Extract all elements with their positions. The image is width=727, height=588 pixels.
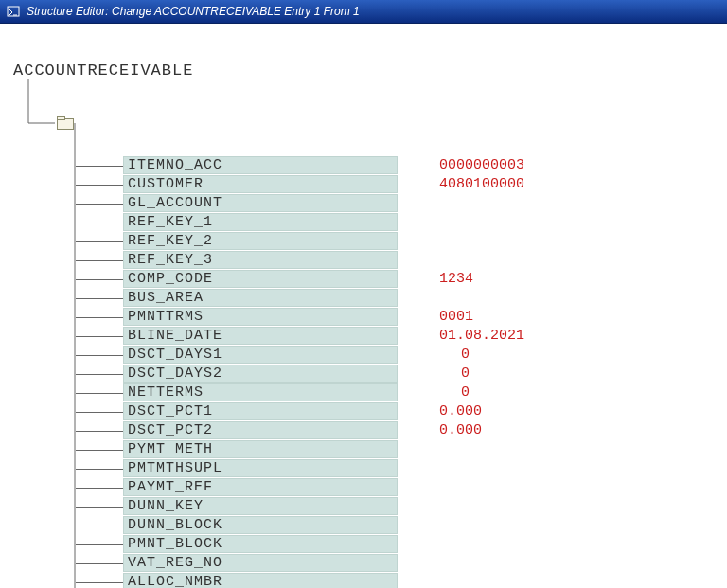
field-value[interactable]: 1234	[435, 270, 483, 288]
field-label: DSCT_DAYS1	[123, 346, 398, 364]
field-label: DSCT_PCT1	[123, 402, 398, 420]
tree-hline	[76, 393, 123, 394]
field-label: DSCT_PCT2	[123, 421, 398, 439]
root-structure-name: ACCOUNTRECEIVABLE	[13, 62, 193, 80]
tree-hline	[76, 488, 123, 489]
tree-hline	[76, 204, 123, 205]
field-label: PYMT_METH	[123, 440, 398, 458]
tree-hline	[76, 185, 123, 186]
tree-hline	[76, 260, 123, 261]
tree-hline	[76, 317, 123, 318]
field-value[interactable]: 0	[435, 365, 473, 383]
field-row: REF_KEY_3	[76, 251, 727, 270]
tree-connector-lines	[0, 24, 76, 588]
svg-rect-4	[58, 119, 74, 130]
field-value[interactable]: 0.000	[435, 402, 492, 420]
field-value[interactable]: 0.000	[435, 421, 492, 439]
field-value[interactable]	[435, 535, 451, 553]
field-label: CUSTOMER	[123, 175, 398, 193]
field-value[interactable]	[435, 459, 462, 477]
field-value[interactable]	[435, 497, 451, 515]
field-value[interactable]	[435, 554, 634, 572]
field-label: GL_ACCOUNT	[123, 194, 398, 212]
structure-editor: ACCOUNTRECEIVABLE ITEMNO_ACC0000000003CU…	[0, 24, 727, 80]
field-value[interactable]	[435, 194, 540, 212]
field-row: CUSTOMER4080100000	[76, 175, 727, 194]
window-title: Structure Editor: Change ACCOUNTRECEIVAB…	[27, 5, 360, 18]
tree-hline	[76, 412, 123, 413]
field-row: DUNN_BLOCK	[76, 516, 727, 535]
tree-hline	[76, 469, 123, 470]
tree-hline	[76, 507, 123, 508]
field-value[interactable]: 0	[435, 346, 473, 364]
field-label: VAT_REG_NO	[123, 554, 398, 572]
field-row: DUNN_KEY	[76, 497, 727, 516]
svg-rect-5	[58, 117, 65, 120]
tree-hline	[76, 166, 123, 167]
window-title-bar: Structure Editor: Change ACCOUNTRECEIVAB…	[0, 0, 727, 24]
field-row: REF_KEY_1	[76, 213, 727, 232]
field-label: DUNN_BLOCK	[123, 516, 398, 534]
tree-hline	[76, 355, 123, 356]
field-row: GL_ACCOUNT	[76, 194, 727, 213]
field-label: PAYMT_REF	[123, 478, 398, 496]
field-value[interactable]: 0	[435, 383, 473, 401]
field-value[interactable]	[435, 213, 559, 231]
tree-hline	[76, 374, 123, 375]
field-label: PMTMTHSUPL	[123, 459, 398, 477]
field-value[interactable]: 01.08.2021	[435, 327, 540, 345]
field-row: PMNTTRMS0001	[76, 308, 727, 327]
field-row: ALLOC_NMBR	[76, 573, 727, 588]
field-label: REF_KEY_1	[123, 213, 398, 231]
field-value[interactable]	[435, 440, 451, 458]
tree-hline	[76, 544, 123, 545]
field-row: BLINE_DATE01.08.2021	[76, 327, 727, 346]
field-label: ALLOC_NMBR	[123, 573, 398, 588]
field-label: DUNN_KEY	[123, 497, 398, 515]
tree-hline	[76, 582, 123, 583]
tree-hline	[76, 526, 123, 526]
field-row: DSCT_PCT10.000	[76, 402, 727, 421]
field-label: PMNTTRMS	[123, 308, 398, 326]
field-label: REF_KEY_3	[123, 251, 398, 269]
field-row: DSCT_PCT20.000	[76, 421, 727, 440]
field-row: PMNT_BLOCK	[76, 535, 727, 554]
field-label: COMP_CODE	[123, 270, 398, 288]
folder-icon[interactable]	[57, 116, 74, 130]
field-value[interactable]	[435, 516, 451, 534]
field-value[interactable]	[435, 251, 634, 269]
field-row: DSCT_DAYS1 0	[76, 346, 727, 365]
field-label: PMNT_BLOCK	[123, 535, 398, 553]
field-value[interactable]	[435, 289, 483, 307]
field-row: REF_KEY_2	[76, 232, 727, 251]
tree-hline	[76, 450, 123, 451]
field-label: ITEMNO_ACC	[123, 156, 398, 174]
field-value[interactable]	[435, 478, 700, 496]
field-row: BUS_AREA	[76, 289, 727, 308]
field-row: VAT_REG_NO	[76, 554, 727, 573]
window-menu-icon[interactable]	[6, 4, 21, 19]
field-label: DSCT_DAYS2	[123, 365, 398, 383]
field-row: COMP_CODE1234	[76, 270, 727, 289]
field-label: BUS_AREA	[123, 289, 398, 307]
tree-hline	[76, 563, 123, 564]
field-label: BLINE_DATE	[123, 327, 398, 345]
field-value[interactable]	[435, 232, 559, 250]
tree-hline	[76, 241, 123, 242]
tree-hline	[76, 279, 123, 280]
field-row: NETTERMS 0	[76, 383, 727, 402]
field-value[interactable]	[435, 573, 615, 588]
field-row: PMTMTHSUPL	[76, 459, 727, 478]
tree-hline	[76, 336, 123, 337]
field-row: DSCT_DAYS2 0	[76, 365, 727, 383]
tree-hline	[76, 223, 123, 223]
field-value[interactable]: 0000000003	[435, 156, 540, 174]
field-row: PYMT_METH	[76, 440, 727, 459]
tree-hline	[76, 298, 123, 299]
field-row: PAYMT_REF	[76, 478, 727, 497]
field-row: ITEMNO_ACC0000000003	[76, 156, 727, 175]
field-value[interactable]: 4080100000	[435, 175, 540, 193]
field-label: REF_KEY_2	[123, 232, 398, 250]
field-value[interactable]: 0001	[435, 308, 483, 326]
field-label: NETTERMS	[123, 383, 398, 401]
